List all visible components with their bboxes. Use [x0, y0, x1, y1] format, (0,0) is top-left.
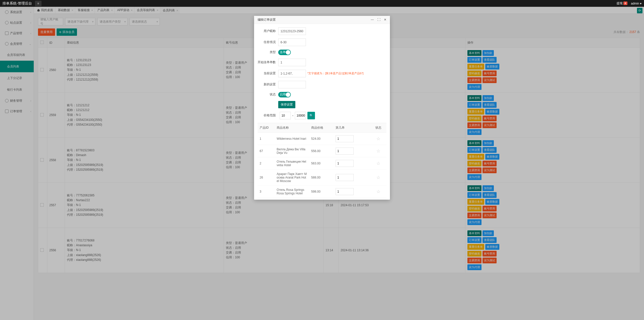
tx-link[interactable]: 提现 4 — [617, 1, 627, 6]
tx-badge: 4 — [623, 2, 627, 5]
topbar: 排单系统-管理后台 ≡ 提现 4 admin ▾ — [0, 0, 644, 7]
user-menu[interactable]: admin ▾ — [631, 2, 641, 5]
tx-label: 提现 — [617, 2, 623, 5]
user-name: admin — [631, 2, 639, 5]
topbar-right: 提现 4 admin ▾ — [617, 1, 642, 6]
hamburger-icon[interactable]: ≡ — [35, 1, 42, 6]
chevron-down-icon: ▾ — [640, 2, 641, 5]
app-title: 排单系统-管理后台 — [3, 1, 32, 6]
